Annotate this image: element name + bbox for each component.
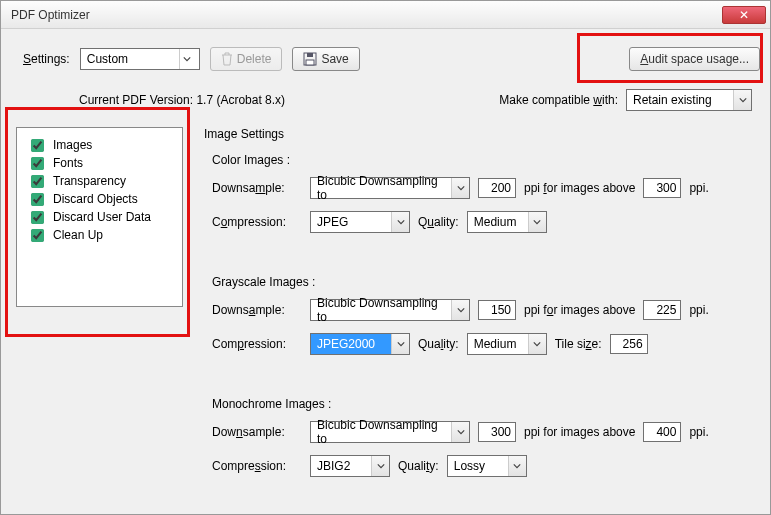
quality-label: Quality: (418, 215, 459, 229)
gray-downsample-row: Downsample: Bicubic Downsampling to ppi … (212, 299, 760, 321)
downsample-label: Downsample: (212, 425, 302, 439)
downsample-label: Downsample: (212, 181, 302, 195)
ppi-end-label: ppi. (689, 425, 708, 439)
ppi-mid-label: ppi for images above (524, 303, 635, 317)
settings-label: Settings: (23, 52, 70, 66)
image-settings-pane: Image Settings Color Images : Downsample… (196, 127, 760, 514)
settings-combo-value: Custom (87, 52, 128, 66)
mono-downsample-row: Downsample: Bicubic Downsampling to ppi … (212, 421, 760, 443)
chevron-down-icon (371, 456, 389, 476)
chevron-down-icon (391, 212, 409, 232)
gray-compression-row: Compression: JPEG2000 Quality: Medium Ti… (212, 333, 760, 355)
downsample-label: Downsample: (212, 303, 302, 317)
mono-compression-method[interactable]: JBIG2 (310, 455, 390, 477)
svg-rect-1 (307, 53, 313, 57)
ppi-mid-label: ppi for images above (524, 425, 635, 439)
chevron-down-icon (451, 300, 469, 320)
trash-icon (221, 52, 233, 66)
ppi-end-label: ppi. (689, 181, 708, 195)
category-clean-up[interactable]: Clean Up (27, 226, 172, 244)
ppi-end-label: ppi. (689, 303, 708, 317)
titlebar: PDF Optimizer ✕ (1, 1, 770, 29)
chevron-down-icon (179, 49, 195, 69)
compat-label: Make compatible with: (499, 93, 618, 107)
settings-combo[interactable]: Custom (80, 48, 200, 70)
category-checkbox[interactable] (31, 229, 44, 242)
category-list: Images Fonts Transparency Discard Object… (16, 127, 183, 307)
compat-value: Retain existing (633, 93, 712, 107)
chevron-down-icon (733, 90, 751, 110)
gray-tile-input[interactable] (610, 334, 648, 354)
gray-compression-method[interactable]: JPEG2000 (310, 333, 410, 355)
color-compression-row: Compression: JPEG Quality: Medium (212, 211, 760, 233)
content-area: Settings: Custom Delete Save Audit space… (1, 29, 770, 514)
floppy-icon (303, 52, 317, 66)
svg-rect-2 (306, 60, 314, 65)
category-discard-objects[interactable]: Discard Objects (27, 190, 172, 208)
chevron-down-icon (508, 456, 526, 476)
category-checkbox[interactable] (31, 157, 44, 170)
mono-images-heading: Monochrome Images : (212, 397, 760, 411)
gray-images-heading: Grayscale Images : (212, 275, 760, 289)
tile-label: Tile size: (555, 337, 602, 351)
mono-downsample-method[interactable]: Bicubic Downsampling to (310, 421, 470, 443)
category-images[interactable]: Images (27, 136, 172, 154)
color-downsample-method[interactable]: Bicubic Downsampling to (310, 177, 470, 199)
compression-label: Compression: (212, 215, 302, 229)
delete-label: Delete (237, 52, 272, 66)
window-title: PDF Optimizer (11, 8, 722, 22)
chevron-down-icon (391, 334, 409, 354)
color-ppi-input[interactable] (478, 178, 516, 198)
color-downsample-row: Downsample: Bicubic Downsampling to ppi … (212, 177, 760, 199)
color-quality[interactable]: Medium (467, 211, 547, 233)
quality-label: Quality: (418, 337, 459, 351)
gray-downsample-method[interactable]: Bicubic Downsampling to (310, 299, 470, 321)
compression-label: Compression: (212, 459, 302, 473)
save-label: Save (321, 52, 348, 66)
gray-quality[interactable]: Medium (467, 333, 547, 355)
category-transparency[interactable]: Transparency (27, 172, 172, 190)
chevron-down-icon (528, 212, 546, 232)
compression-label: Compression: (212, 337, 302, 351)
gray-above-input[interactable] (643, 300, 681, 320)
category-checkbox[interactable] (31, 139, 44, 152)
pane-title: Image Settings (204, 127, 760, 141)
category-checkbox[interactable] (31, 175, 44, 188)
ppi-mid-label: ppi for images above (524, 181, 635, 195)
color-images-heading: Color Images : (212, 153, 760, 167)
mono-above-input[interactable] (643, 422, 681, 442)
close-button[interactable]: ✕ (722, 6, 766, 24)
category-checkbox[interactable] (31, 193, 44, 206)
close-icon: ✕ (739, 8, 749, 22)
current-version-text: Current PDF Version: 1.7 (Acrobat 8.x) (79, 93, 285, 107)
version-row: Current PDF Version: 1.7 (Acrobat 8.x) M… (79, 89, 752, 111)
color-compression-method[interactable]: JPEG (310, 211, 410, 233)
category-checkbox[interactable] (31, 211, 44, 224)
highlight-audit (577, 33, 763, 83)
delete-button: Delete (210, 47, 283, 71)
mono-quality[interactable]: Lossy (447, 455, 527, 477)
category-discard-user-data[interactable]: Discard User Data (27, 208, 172, 226)
mono-compression-row: Compression: JBIG2 Quality: Lossy (212, 455, 760, 477)
chevron-down-icon (451, 422, 469, 442)
category-fonts[interactable]: Fonts (27, 154, 172, 172)
compat-dropdown[interactable]: Retain existing (626, 89, 752, 111)
mono-ppi-input[interactable] (478, 422, 516, 442)
quality-label: Quality: (398, 459, 439, 473)
chevron-down-icon (528, 334, 546, 354)
gray-ppi-input[interactable] (478, 300, 516, 320)
chevron-down-icon (451, 178, 469, 198)
pdf-optimizer-window: PDF Optimizer ✕ Settings: Custom Delete … (0, 0, 771, 515)
color-above-input[interactable] (643, 178, 681, 198)
save-button[interactable]: Save (292, 47, 359, 71)
